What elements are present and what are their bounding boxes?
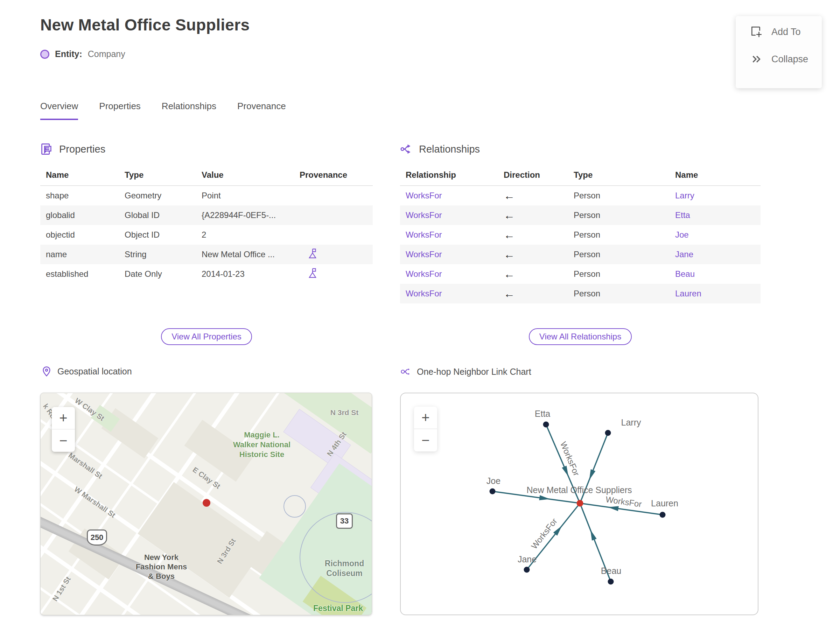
collapse-button[interactable]: Collapse — [750, 53, 822, 65]
col-header-value: Value — [196, 170, 294, 180]
property-value: 2014-01-23 — [196, 269, 294, 279]
map-pin-icon — [41, 366, 52, 377]
tab-properties[interactable]: Properties — [99, 101, 141, 120]
property-provenance — [294, 268, 373, 280]
col-header-type: Type — [119, 170, 196, 180]
relationship-row: WorksFor←PersonBeau — [400, 264, 760, 284]
entity-type-dot-icon — [40, 50, 49, 59]
property-value: Point — [196, 191, 294, 200]
add-to-button[interactable]: Add To — [750, 26, 822, 38]
properties-section: Properties Name Type Value Provenance sh… — [40, 143, 373, 284]
relationship-type: Person — [568, 191, 670, 200]
related-entity-link[interactable]: Lauren — [670, 289, 760, 299]
relationships-section: Relationships Relationship Direction Typ… — [400, 143, 760, 304]
add-to-icon — [750, 26, 762, 38]
view-all-properties-button[interactable]: View All Properties — [161, 328, 252, 345]
chart-zoom-in-button[interactable]: + — [414, 407, 437, 429]
tab-bar: Overview Properties Relationships Proven… — [40, 101, 286, 120]
map-zoom-in-button[interactable]: + — [52, 407, 75, 429]
col-header-provenance: Provenance — [294, 170, 373, 180]
map-label: Richmond — [325, 559, 364, 568]
tab-overview[interactable]: Overview — [40, 101, 78, 120]
map-label: N 3rd St — [330, 409, 359, 417]
relationships-table-body: WorksFor←PersonLarryWorksFor←PersonEttaW… — [400, 186, 760, 304]
properties-row: objectidObject ID2 — [40, 225, 373, 245]
chart-node-etta[interactable] — [543, 422, 549, 428]
related-entity-link[interactable]: Joe — [670, 230, 760, 240]
relationship-row: WorksFor←PersonJoe — [400, 225, 760, 245]
view-all-relationships-button[interactable]: View All Relationships — [529, 328, 632, 345]
chart-zoom-out-button[interactable]: − — [414, 429, 437, 451]
related-entity-link[interactable]: Etta — [670, 210, 760, 220]
tab-provenance[interactable]: Provenance — [237, 101, 286, 120]
map-zoom-out-button[interactable]: − — [52, 429, 75, 452]
relationship-link[interactable]: WorksFor — [400, 230, 498, 240]
property-type: Geometry — [119, 191, 196, 200]
chart-node-joe[interactable] — [490, 488, 496, 494]
map-label: N 1st St — [51, 575, 72, 602]
map-label: & Boys — [148, 572, 175, 581]
related-entity-link[interactable]: Larry — [670, 191, 760, 200]
property-type: Date Only — [119, 269, 196, 279]
add-to-label: Add To — [772, 27, 801, 37]
page-title: New Metal Office Suppliers — [40, 15, 250, 34]
chart-edge — [580, 433, 608, 503]
chart-zoom-control: + − — [414, 407, 437, 451]
map-label: Historic Site — [239, 450, 284, 459]
provenance-flag-icon[interactable] — [308, 251, 317, 261]
collapse-label: Collapse — [772, 54, 808, 65]
relationship-row: WorksFor←PersonEtta — [400, 205, 760, 225]
direction-arrow-icon: ← — [498, 209, 568, 222]
relationship-row: WorksFor←PersonJane — [400, 245, 760, 264]
map-label: Maggie L. — [244, 431, 279, 440]
one-hop-header: One-hop Neighbor Link Chart — [400, 366, 531, 377]
property-name: globalid — [40, 210, 119, 220]
direction-arrow-icon: ← — [498, 287, 568, 300]
relationship-link[interactable]: WorksFor — [400, 191, 498, 200]
chevrons-right-icon — [750, 53, 762, 65]
link-chart[interactable]: EttaLarryJoeLaurenJaneBeauNew Metal Offi… — [400, 393, 759, 615]
chart-edge — [546, 424, 580, 503]
map-zoom-control: + − — [52, 407, 75, 452]
relationships-section-title: Relationships — [419, 143, 480, 155]
relationships-section-header: Relationships — [400, 143, 760, 155]
direction-arrow-icon: ← — [498, 189, 568, 202]
properties-section-title: Properties — [59, 143, 105, 155]
map-circle-small — [283, 495, 306, 518]
related-entity-link[interactable]: Beau — [670, 269, 760, 279]
properties-table: Name Type Value Provenance shapeGeometry… — [40, 170, 373, 284]
property-value: 2 — [196, 230, 294, 240]
relationship-type: Person — [568, 289, 670, 299]
col-header-name: Name — [670, 170, 760, 180]
map-label: Coliseum — [326, 569, 363, 578]
relationship-type: Person — [568, 230, 670, 240]
relationship-link[interactable]: WorksFor — [400, 210, 498, 220]
geospatial-map[interactable]: W Clay Stk RdMarshall StW Marshall StE C… — [40, 393, 372, 615]
relationship-row: WorksFor←PersonLauren — [400, 284, 760, 304]
chart-edge-arrow-icon — [590, 530, 597, 540]
relationship-link[interactable]: WorksFor — [400, 289, 498, 299]
entity-row: Entity: Company — [40, 49, 125, 59]
direction-arrow-icon: ← — [498, 268, 568, 281]
chart-node-jane[interactable] — [524, 567, 530, 573]
chart-node-beau[interactable] — [608, 579, 614, 585]
route-shield: 250 — [87, 529, 107, 545]
tab-relationships[interactable]: Relationships — [162, 101, 216, 120]
chart-edge — [580, 503, 663, 515]
provenance-flag-icon[interactable] — [308, 270, 317, 280]
properties-icon — [40, 143, 53, 155]
chart-center-node[interactable] — [577, 500, 584, 507]
view-all-properties-wrap: View All Properties — [40, 328, 373, 345]
chart-edge — [492, 491, 580, 503]
direction-arrow-icon: ← — [498, 248, 568, 261]
chart-edge-arrow-icon — [562, 466, 568, 477]
relationship-link[interactable]: WorksFor — [400, 269, 498, 279]
chart-node-lauren[interactable] — [660, 512, 666, 518]
map-entity-marker[interactable] — [203, 499, 210, 507]
relationship-link[interactable]: WorksFor — [400, 250, 498, 259]
chart-node-larry[interactable] — [605, 430, 611, 436]
relationship-type: Person — [568, 210, 670, 220]
map-label: Walker National — [233, 440, 291, 449]
related-entity-link[interactable]: Jane — [670, 250, 760, 259]
relationships-table: Relationship Direction Type Name WorksFo… — [400, 170, 760, 304]
